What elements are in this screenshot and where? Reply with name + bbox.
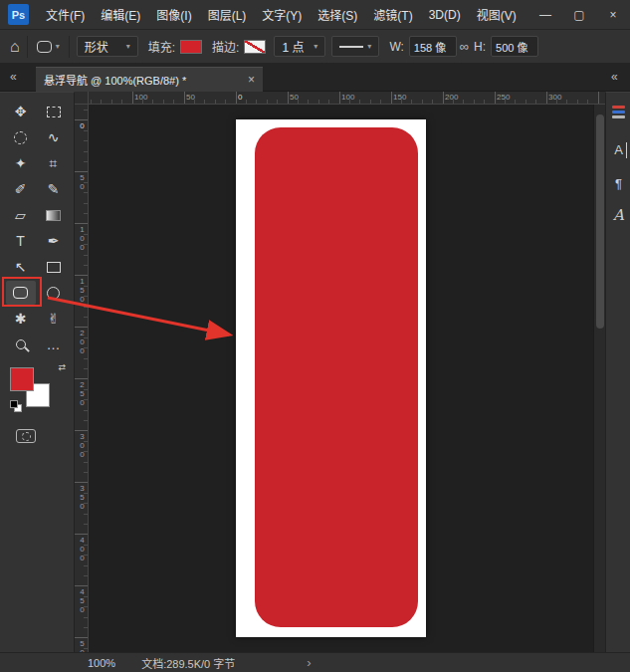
h-ruler-label: 200: [445, 93, 458, 102]
link-dimensions-icon[interactable]: ∞: [460, 39, 469, 54]
scrollbar-thumb[interactable]: [596, 114, 604, 329]
menu-edit[interactable]: 编辑(E): [93, 6, 148, 23]
color-panel-icon[interactable]: [606, 99, 630, 124]
character-panel-icon[interactable]: A: [606, 136, 630, 162]
crop-tool[interactable]: ⌗: [39, 151, 69, 175]
shape-mode-select[interactable]: 形状 ▾: [77, 36, 138, 57]
chevron-down-icon: ▾: [314, 42, 317, 51]
custom-shape-tool[interactable]: ✱: [6, 307, 36, 331]
menu-image[interactable]: 图像(I): [148, 6, 199, 23]
h-ruler-label: 150: [393, 93, 406, 102]
default-foreground-swatch: [10, 400, 18, 408]
canvas-artboard[interactable]: [236, 119, 426, 637]
home-icon[interactable]: ⌂: [10, 38, 20, 56]
collapse-tools-icon[interactable]: «: [10, 70, 17, 84]
v-ruler-label: 400: [77, 536, 87, 562]
menu-layer[interactable]: 图层(L): [200, 6, 255, 23]
stroke-type-select[interactable]: ▾: [331, 36, 379, 57]
height-input[interactable]: [491, 36, 538, 57]
lasso-tool[interactable]: ∿: [39, 125, 69, 149]
v-ruler-label: 300: [77, 432, 87, 459]
fill-swatch[interactable]: [180, 40, 202, 54]
tab-close-icon[interactable]: ×: [248, 73, 255, 87]
zoom-tool[interactable]: [6, 333, 36, 356]
italic-a-icon: A: [613, 206, 624, 224]
height-label: H:: [474, 40, 486, 54]
rect-marquee-icon: [47, 107, 61, 117]
menu-file[interactable]: 文件(F): [38, 6, 93, 23]
menu-type[interactable]: 文字(Y): [254, 6, 310, 23]
stroke-width-value: 1 点: [282, 38, 304, 55]
ellipse-marquee-tool[interactable]: [6, 125, 36, 149]
status-bar: 100% 文档:289.5K/0 字节 ›: [0, 652, 630, 672]
horizontal-ruler[interactable]: 100 50 0 50 100 150 200 250 300: [89, 92, 605, 105]
hand-tool[interactable]: ✌: [39, 307, 69, 331]
v-ruler-label: 0: [77, 121, 87, 130]
rectangle-tool[interactable]: [39, 255, 69, 279]
lasso-icon: ∿: [48, 129, 60, 145]
close-button[interactable]: ×: [596, 0, 630, 30]
path-select-tool[interactable]: ↖: [6, 255, 36, 279]
brush-tool[interactable]: ✎: [39, 177, 69, 201]
minimize-button[interactable]: —: [528, 0, 562, 30]
magic-wand-tool[interactable]: ✦: [6, 151, 36, 175]
paragraph-panel-icon[interactable]: ¶: [606, 170, 630, 196]
vertical-ruler[interactable]: 0 50 100 150 200 250 300 350 400 450 500: [75, 105, 89, 652]
menu-view[interactable]: 视图(V): [469, 6, 525, 23]
width-input[interactable]: [409, 36, 457, 57]
type-tool[interactable]: T: [6, 229, 36, 253]
v-ruler-label: 100: [77, 225, 87, 252]
h-ruler-label: 50: [186, 93, 195, 102]
h-ruler-label: 250: [497, 93, 510, 102]
rect-marquee-tool[interactable]: [39, 100, 69, 123]
h-ruler-label: 50: [290, 93, 299, 102]
swap-colors-icon[interactable]: ⇄: [58, 362, 66, 372]
titlebar: Ps 文件(F) 编辑(E) 图像(I) 图层(L) 文字(Y) 选择(S) 滤…: [0, 0, 630, 30]
rounded-rect-tool-icon: [37, 41, 52, 53]
character-a-icon: A: [614, 142, 623, 157]
more-tools-button[interactable]: …: [39, 333, 69, 356]
document-tab[interactable]: 悬浮导航 @ 100%(RGB/8#) * ×: [36, 67, 263, 92]
eyedropper-icon: ✐: [15, 181, 27, 197]
solid-line-icon: [339, 46, 363, 48]
gradient-tool[interactable]: [39, 203, 69, 227]
red-rounded-rectangle-shape[interactable]: [255, 127, 418, 627]
menu-filter[interactable]: 滤镜(T): [365, 6, 420, 23]
color-swatches: ⇄: [10, 363, 68, 417]
vertical-scrollbar[interactable]: [593, 105, 605, 652]
menu-3d[interactable]: 3D(D): [421, 8, 469, 22]
default-colors-icon[interactable]: [10, 400, 24, 414]
color-sliders-icon: [612, 105, 625, 119]
zoom-level-field[interactable]: 100%: [88, 657, 115, 669]
v-ruler-label: 150: [77, 277, 87, 304]
status-chevron-icon[interactable]: ›: [307, 655, 311, 670]
ellipse-tool[interactable]: [39, 281, 69, 305]
pen-tool[interactable]: ✒: [39, 229, 69, 253]
pilcrow-icon: ¶: [615, 176, 622, 191]
foreground-color-swatch[interactable]: [10, 367, 34, 391]
tool-grid: ✥ ∿ ✦ ⌗ ✐ ✎ ▱ T ✒ ↖ ✱ ✌ …: [0, 93, 74, 357]
annotation-highlight-box: [2, 277, 42, 307]
eraser-icon: ▱: [15, 207, 26, 223]
photoshop-logo-text: Ps: [12, 9, 25, 21]
glyphs-panel-icon[interactable]: A: [606, 202, 630, 228]
magic-wand-icon: ✦: [15, 155, 27, 171]
move-tool[interactable]: ✥: [6, 100, 36, 123]
quick-mask-button[interactable]: [16, 429, 36, 443]
maximize-button[interactable]: ▢: [562, 0, 596, 30]
separator: [69, 36, 70, 58]
chevron-down-icon: ▾: [367, 42, 371, 51]
v-ruler-label: 200: [77, 329, 87, 355]
ellipsis-icon: …: [47, 336, 61, 352]
ruler-origin-corner[interactable]: [75, 92, 89, 105]
stroke-swatch[interactable]: [244, 40, 266, 54]
eraser-tool[interactable]: ▱: [6, 203, 36, 227]
stroke-width-select[interactable]: 1 点 ▾: [274, 36, 325, 57]
ellipse-marquee-icon: [14, 131, 27, 144]
collapse-panels-icon[interactable]: «: [611, 70, 618, 84]
rectangle-icon: [47, 262, 61, 273]
tool-preset-dropdown[interactable]: ▾: [35, 41, 62, 53]
options-bar: ⌂ ▾ 形状 ▾ 填充: 描边: 1 点 ▾ ▾ W: ∞ H:: [0, 30, 630, 64]
eyedropper-tool[interactable]: ✐: [6, 177, 36, 201]
menu-select[interactable]: 选择(S): [310, 6, 365, 23]
